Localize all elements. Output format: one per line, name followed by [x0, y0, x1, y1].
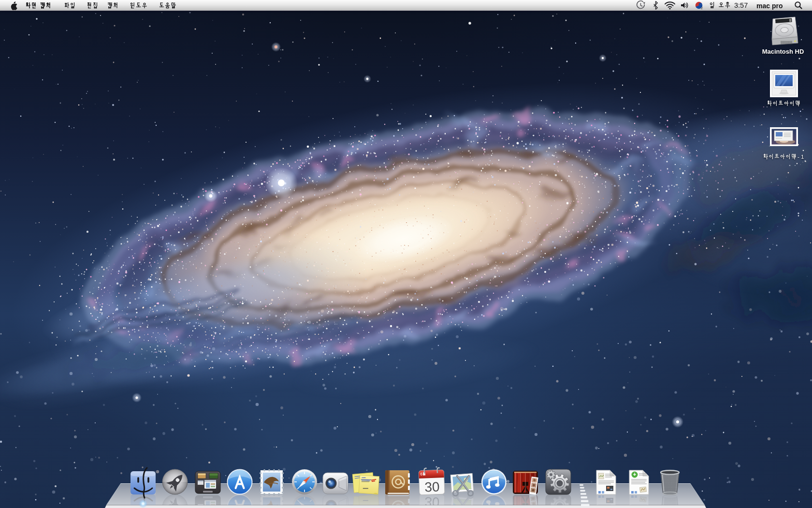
svg-text:1: 1 — [801, 154, 804, 160]
svg-text:2: 2 — [701, 6, 703, 10]
svg-text:-: - — [798, 154, 799, 160]
